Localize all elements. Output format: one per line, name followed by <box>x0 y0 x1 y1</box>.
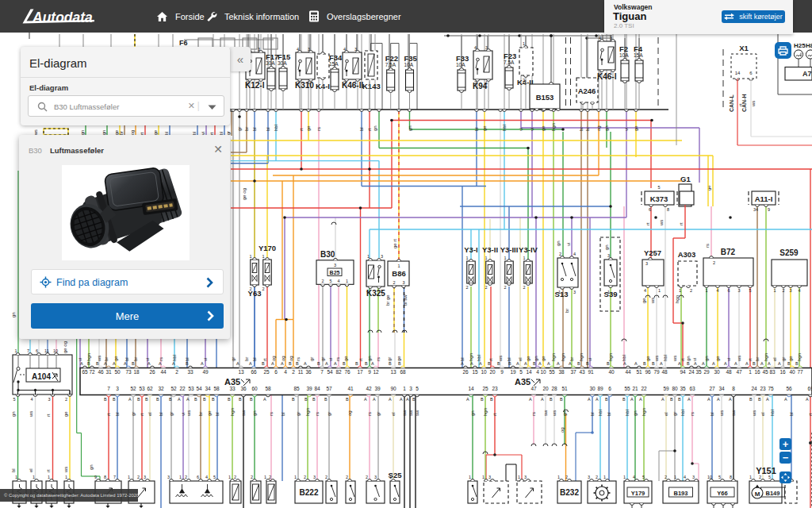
svg-text:hgn: hgn <box>305 408 310 416</box>
svg-text:vi: vi <box>181 413 186 416</box>
svg-text:15A: 15A <box>634 52 643 58</box>
svg-text:Y179: Y179 <box>631 490 645 497</box>
svg-text:A: A <box>281 361 284 366</box>
svg-text:B72: B72 <box>721 248 736 256</box>
svg-text:55: 55 <box>549 369 555 375</box>
svg-text:48: 48 <box>726 369 732 375</box>
svg-text:6: 6 <box>727 288 730 293</box>
svg-text:B: B <box>398 361 401 366</box>
svg-text:65: 65 <box>82 369 88 375</box>
svg-text:34: 34 <box>753 207 758 212</box>
svg-text:A: A <box>688 397 691 402</box>
svg-text:1: 1 <box>262 254 265 259</box>
svg-text:3: 3 <box>573 290 576 294</box>
svg-text:47: 47 <box>530 386 537 391</box>
svg-text:rt: rt <box>358 358 363 361</box>
svg-text:83: 83 <box>769 369 776 375</box>
svg-text:3: 3 <box>402 280 404 285</box>
svg-text:bl: bl <box>266 127 270 131</box>
svg-text:57: 57 <box>326 386 332 391</box>
svg-text:gn: gn <box>252 410 257 416</box>
svg-text:hgn: hgn <box>551 353 556 361</box>
svg-text:3: 3 <box>374 475 377 479</box>
svg-text:X1: X1 <box>739 44 749 52</box>
svg-text:2: 2 <box>234 475 236 479</box>
svg-text:3: 3 <box>488 475 491 479</box>
svg-text:B86: B86 <box>392 269 405 278</box>
svg-text:A11-I: A11-I <box>755 194 773 203</box>
svg-text:rs: rs <box>367 412 372 416</box>
svg-text:B: B <box>324 397 327 402</box>
svg-text:8: 8 <box>104 475 106 479</box>
svg-text:A: A <box>172 361 175 366</box>
svg-text:ge rt: ge rt <box>393 239 397 248</box>
svg-text:B: B <box>533 361 536 366</box>
svg-text:96: 96 <box>645 369 651 375</box>
svg-text:36: 36 <box>305 369 312 375</box>
svg-text:3: 3 <box>144 475 146 479</box>
svg-text:3: 3 <box>308 47 310 52</box>
svg-text:rs: rs <box>705 244 710 248</box>
svg-text:B: B <box>678 397 681 402</box>
svg-text:hgn: hgn <box>608 353 613 361</box>
svg-text:gn: gn <box>470 410 475 416</box>
svg-text:K310: K310 <box>295 81 314 90</box>
svg-text:A: A <box>249 361 252 366</box>
svg-text:A: A <box>373 397 376 402</box>
svg-text:4: 4 <box>205 475 208 479</box>
svg-text:A: A <box>784 397 787 402</box>
svg-text:B: B <box>488 361 491 366</box>
svg-text:52: 52 <box>130 386 136 391</box>
svg-text:gn: gn <box>11 312 16 318</box>
svg-text:39: 39 <box>306 386 312 391</box>
svg-text:Y3-III: Y3-III <box>500 245 519 254</box>
svg-text:A: A <box>661 397 665 402</box>
svg-text:10A: 10A <box>404 62 414 67</box>
svg-text:8: 8 <box>732 386 735 391</box>
svg-text:B: B <box>343 361 346 366</box>
svg-text:48: 48 <box>661 369 668 375</box>
svg-text:Y3-II: Y3-II <box>482 245 498 254</box>
svg-text:hgn: hgn <box>642 408 646 416</box>
svg-text:B: B <box>346 397 349 402</box>
svg-text:B222: B222 <box>300 488 319 497</box>
svg-text:19: 19 <box>510 369 516 375</box>
svg-text:rs: rs <box>269 412 274 416</box>
svg-text:B: B <box>586 361 589 366</box>
svg-text:5: 5 <box>642 475 645 479</box>
svg-text:rt: rt <box>299 128 304 131</box>
svg-text:2: 2 <box>185 475 187 479</box>
svg-text:B: B <box>145 397 148 402</box>
svg-text:A: A <box>630 397 634 402</box>
svg-text:2: 2 <box>304 475 306 479</box>
svg-text:1: 1 <box>705 288 707 293</box>
svg-text:14: 14 <box>526 369 532 375</box>
svg-text:3: 3 <box>524 475 527 479</box>
svg-text:A: A <box>271 361 274 366</box>
svg-text:26: 26 <box>462 369 469 375</box>
svg-text:ge: ge <box>634 125 638 131</box>
svg-text:hbl: hbl <box>502 125 507 131</box>
svg-text:ws: ws <box>186 410 191 417</box>
svg-text:30A: 30A <box>266 60 275 66</box>
svg-text:3: 3 <box>610 36 612 40</box>
svg-text:5: 5 <box>13 397 16 402</box>
svg-text:Y151: Y151 <box>756 466 776 475</box>
svg-text:ws: ws <box>737 356 741 362</box>
svg-text:A: A <box>541 397 544 402</box>
svg-text:gn: gn <box>408 125 412 131</box>
svg-text:72: 72 <box>89 369 95 375</box>
svg-text:ws: ws <box>650 298 655 304</box>
svg-text:B: B <box>194 397 197 402</box>
svg-text:br ge: br ge <box>385 294 390 306</box>
svg-text:2: 2 <box>269 475 271 479</box>
svg-text:1: 1 <box>749 475 752 479</box>
svg-text:2: 2 <box>393 280 395 285</box>
svg-text:A: A <box>461 361 464 366</box>
svg-text:A: A <box>325 361 328 366</box>
svg-text:A: A <box>745 361 749 366</box>
svg-text:42: 42 <box>366 386 372 391</box>
svg-text:A: A <box>538 361 542 366</box>
svg-text:B: B <box>304 397 308 402</box>
svg-text:B: B <box>292 397 295 402</box>
